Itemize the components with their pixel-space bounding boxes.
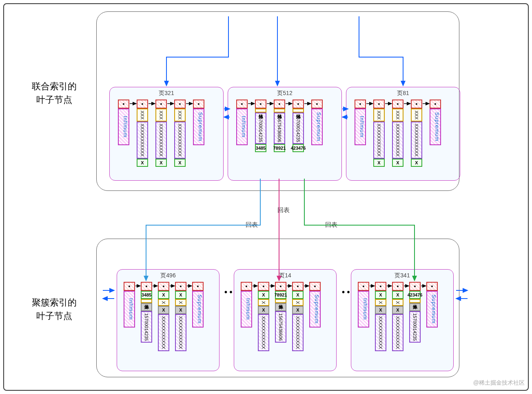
ellipsis: • • <box>342 288 350 297</box>
watermark: @稀土掘金技术社区 <box>473 379 525 387</box>
page-title: 页81 <box>346 90 460 97</box>
page-14: 页14 •Infimum •XXXXXXXXXXXXXX •78921蝉沐风01… <box>234 269 337 371</box>
page-title: 页512 <box>228 90 341 97</box>
infimum: Infimum <box>118 108 129 145</box>
page-81: 页81 •Infimum •XXXXXXXXXXXXXXX •XXXXXXXXX… <box>346 87 460 181</box>
record-header: • <box>118 100 129 108</box>
page-512: 页512 •Infimum •蝉沐风157000142353485 •蝉沐风15… <box>228 87 342 181</box>
ellipsis: • • <box>224 288 233 297</box>
page-321: 页321 •Infimum •XXXXXXXXXXXXXXX •XXXXXXXX… <box>109 87 224 181</box>
page-341: 页341 •Infimum •XXXXXXXXXXXXXX •XXXXXXXXX… <box>351 269 454 371</box>
lookup-label: 回表 <box>245 221 259 229</box>
lookup-label: 回表 <box>324 221 338 229</box>
section-label-top: 联合索引的 叶子节点 <box>32 80 77 106</box>
supremum: Supremum <box>193 108 204 145</box>
page-496: 页496 •Infimum •3485蝉沐风115700014235 •XXXX… <box>117 269 219 371</box>
lookup-label: 回表 <box>277 206 290 214</box>
section-label-bottom: 聚簇索引的 叶子节点 <box>32 296 77 323</box>
page-title: 页321 <box>110 90 223 97</box>
